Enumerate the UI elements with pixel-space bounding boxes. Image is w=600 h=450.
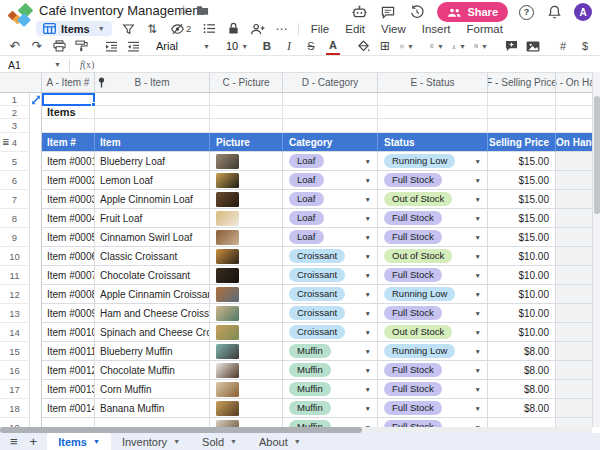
cell-selling-price[interactable]: $8.00 <box>488 399 556 418</box>
cell-item-number[interactable] <box>42 418 95 427</box>
cell-category[interactable]: Muffin▼ <box>283 361 378 380</box>
cell-item-number[interactable]: Item #0012 <box>42 361 95 380</box>
column-header[interactable]: D - Category <box>283 73 378 92</box>
cell-item-number[interactable]: Item #0011 <box>42 342 95 361</box>
table-expand-arrow-icon[interactable] <box>31 95 41 105</box>
cell-picture[interactable] <box>210 285 283 304</box>
row-number[interactable]: 3 <box>0 119 30 133</box>
notifications-bell-icon[interactable] <box>545 3 563 21</box>
cell-status[interactable]: Full Stock▼ <box>378 418 488 427</box>
cell[interactable] <box>556 93 592 106</box>
strikethrough-icon[interactable]: S <box>304 39 318 54</box>
chevron-down-icon[interactable]: ▼ <box>365 329 371 336</box>
chevron-down-icon[interactable]: ▼ <box>54 61 61 68</box>
vertical-scrollbar-thumb[interactable] <box>594 96 600 214</box>
chevron-down-icon[interactable]: ▼ <box>365 215 371 222</box>
chevron-down-icon[interactable]: ▼ <box>475 234 481 241</box>
cell-on-hand[interactable] <box>556 209 592 228</box>
column-header[interactable]: B - Item <box>95 73 210 92</box>
cell[interactable] <box>95 119 210 133</box>
hidden-columns-indicator[interactable]: 2 <box>169 21 193 36</box>
cell-item-name[interactable]: Cinnamon Swirl Loaf <box>95 228 210 247</box>
cell-item-name[interactable]: Lemon Loaf <box>95 171 210 190</box>
cell-on-hand[interactable] <box>556 418 592 427</box>
share-button[interactable]: Share <box>437 2 508 22</box>
chevron-down-icon[interactable]: ▼ <box>365 253 371 260</box>
insert-comment-icon[interactable] <box>504 39 518 54</box>
indent-increase-icon[interactable] <box>104 39 118 54</box>
cell-category[interactable]: Muffin▼ <box>283 342 378 361</box>
add-sheet-icon[interactable]: + <box>30 435 38 448</box>
cell[interactable] <box>95 93 210 106</box>
cell-item-number[interactable]: Item #0014 <box>42 399 95 418</box>
indent-decrease-icon[interactable] <box>126 39 140 54</box>
cell-selling-price[interactable]: $10.00 <box>488 266 556 285</box>
undo-icon[interactable]: ↶ <box>8 39 22 54</box>
cell-item-name[interactable]: Apple Cinnamin Croissant <box>95 285 210 304</box>
chevron-down-icon[interactable]: ▼ <box>365 348 371 355</box>
cell-category[interactable]: Loaf▼ <box>283 190 378 209</box>
cell-category[interactable]: Croissant▼ <box>283 285 378 304</box>
cell-status[interactable]: Out of Stock▼ <box>378 247 488 266</box>
chevron-down-icon[interactable]: ▼ <box>230 438 237 445</box>
cell-category[interactable]: Croissant▼ <box>283 247 378 266</box>
table-header-cell[interactable]: On Hand <box>556 133 592 152</box>
chevron-down-icon[interactable]: ▼ <box>365 291 371 298</box>
cell-picture[interactable] <box>210 399 283 418</box>
insert-image-icon[interactable] <box>526 39 540 54</box>
cell[interactable] <box>283 119 378 133</box>
chevron-down-icon[interactable]: ▼ <box>475 405 481 412</box>
cell-category[interactable]: Croissant▼ <box>283 323 378 342</box>
redo-icon[interactable]: ↷ <box>30 39 44 54</box>
chevron-down-icon[interactable]: ▼ <box>475 215 481 222</box>
cell[interactable] <box>95 106 210 119</box>
row-number[interactable]: 8 <box>0 209 30 228</box>
cell-status[interactable]: Full Stock▼ <box>378 399 488 418</box>
cell-on-hand[interactable] <box>556 190 592 209</box>
table-header-cell[interactable]: Selling Price <box>488 133 556 152</box>
folder-icon[interactable] <box>196 5 209 16</box>
fill-color-icon[interactable] <box>356 39 370 54</box>
cell[interactable]: Items <box>42 106 95 119</box>
row-number[interactable]: 9 <box>0 228 30 247</box>
column-header[interactable]: C - Picture <box>210 73 283 92</box>
cell-item-number[interactable]: Item #0002 <box>42 171 95 190</box>
chevron-down-icon[interactable]: ▼ <box>475 158 481 165</box>
cell-category[interactable]: Loaf▼ <box>283 171 378 190</box>
cell[interactable] <box>556 106 592 119</box>
cell-item-number[interactable]: Item #0008 <box>42 285 95 304</box>
chevron-down-icon[interactable]: ▼ <box>475 386 481 393</box>
cell-picture[interactable] <box>210 190 283 209</box>
cell-status[interactable]: Full Stock▼ <box>378 228 488 247</box>
row-number[interactable]: 10 <box>0 247 30 266</box>
table-header-cell[interactable]: Item <box>95 133 210 152</box>
cell[interactable] <box>488 119 556 133</box>
chevron-down-icon[interactable]: ▼ <box>93 438 100 445</box>
cell-category[interactable]: Muffin▼ <box>283 418 378 427</box>
cell-picture[interactable] <box>210 418 283 427</box>
cell[interactable] <box>378 106 488 119</box>
cell-item-name[interactable]: Chocolate Croissant <box>95 266 210 285</box>
cell-item-number[interactable]: Item #0003 <box>42 190 95 209</box>
cell-status[interactable]: Full Stock▼ <box>378 361 488 380</box>
cell-on-hand[interactable] <box>556 228 592 247</box>
chevron-down-icon[interactable]: ▼ <box>475 329 481 336</box>
app-logo-icon[interactable] <box>8 3 34 29</box>
help-icon[interactable]: ? <box>519 5 534 20</box>
lock-icon[interactable] <box>226 21 241 36</box>
cell-item-number[interactable]: Item #0006 <box>42 247 95 266</box>
table-header-cell[interactable]: Item # <box>42 133 95 152</box>
chevron-down-icon[interactable]: ▼ <box>365 310 371 317</box>
cell-status[interactable]: Full Stock▼ <box>378 209 488 228</box>
version-history-icon[interactable] <box>408 3 426 21</box>
cell-item-name[interactable]: Blueberry Muffin <box>95 342 210 361</box>
chevron-down-icon[interactable]: ▼ <box>365 405 371 412</box>
cell-selling-price[interactable]: $8.00 <box>488 342 556 361</box>
cell-category[interactable]: Croissant▼ <box>283 304 378 323</box>
cell-item-name[interactable]: Fruit Loaf <box>95 209 210 228</box>
cell-picture[interactable] <box>210 342 283 361</box>
cell[interactable] <box>378 119 488 133</box>
bold-icon[interactable]: B <box>260 39 274 54</box>
italic-icon[interactable]: I <box>282 39 296 54</box>
cell-picture[interactable] <box>210 152 283 171</box>
